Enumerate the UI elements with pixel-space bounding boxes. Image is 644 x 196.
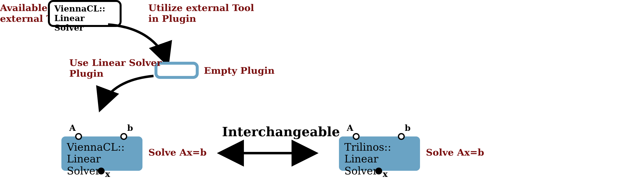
- label-solve-left: Solve Ax=b: [148, 147, 206, 158]
- external-tool-line1: ViennaCL::: [54, 4, 115, 13]
- port-A-right: [353, 133, 360, 140]
- port-x-right: [375, 168, 382, 175]
- port-label-A-right: A: [347, 123, 353, 133]
- port-b-right: [398, 133, 405, 140]
- port-label-x-right: x: [383, 169, 388, 179]
- diagram-stage: Available external Tool ViennaCL:: Linea…: [0, 0, 644, 196]
- plugin-box-trilinos: Trilinos:: Linear Solver: [339, 136, 420, 171]
- port-label-x-left: x: [105, 169, 110, 179]
- port-label-b-left: b: [127, 123, 133, 133]
- plugin-viennacl-line1: ViennaCL::: [67, 141, 137, 153]
- port-A-left: [75, 133, 82, 140]
- port-label-b-right: b: [405, 123, 411, 133]
- label-empty-plugin: Empty Plugin: [204, 65, 274, 76]
- port-b-left: [120, 133, 127, 140]
- arrow-interchangeable: [216, 146, 319, 161]
- label-interchangeable: Interchangeable: [222, 125, 340, 139]
- port-label-A-left: A: [69, 123, 76, 133]
- arrow-plugin-to-solver: [96, 74, 157, 118]
- plugin-box-viennacl: ViennaCL:: Linear Solver: [62, 136, 142, 171]
- label-solve-right: Solve Ax=b: [426, 147, 484, 158]
- port-x-left: [98, 168, 105, 175]
- plugin-trilinos-line1: Trilinos::: [344, 141, 414, 153]
